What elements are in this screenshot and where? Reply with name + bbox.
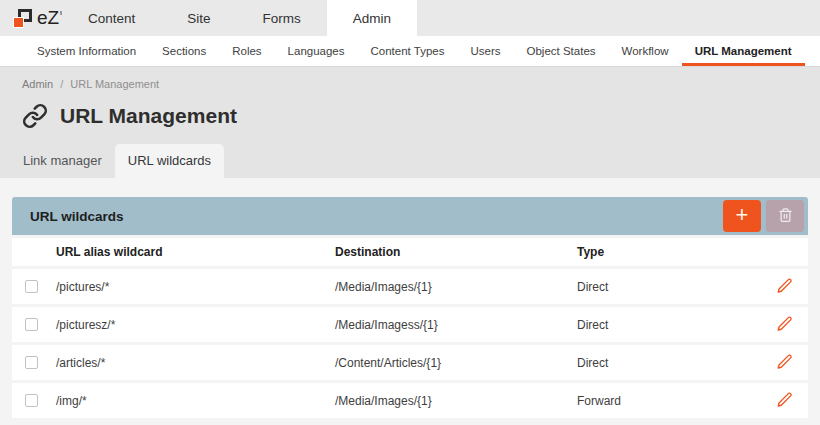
subnav-item-content-types[interactable]: Content Types [358,36,458,66]
trash-icon [778,207,793,226]
cell-wildcard: /articles/* [56,345,335,380]
subnav-item-workflow[interactable]: Workflow [609,36,682,66]
row-checkbox[interactable] [25,318,38,331]
cell-destination: /Media/Imagess/{1} [335,307,577,342]
table-row: /articles/* /Content/Articles/{1} Direct [12,345,808,380]
tabs: Link manager URL wildcards [0,129,820,178]
row-checkbox[interactable] [25,280,38,293]
ez-logo-text: eZ [37,7,59,29]
page-header-area: Admin / URL Management URL Management Li… [0,66,820,178]
pencil-edit-icon [776,353,794,371]
cell-type: Direct [577,345,752,380]
add-wildcard-button[interactable]: + [723,200,761,232]
cell-wildcard: /pictures/* [56,269,335,304]
edit-wildcard-button[interactable] [774,389,796,411]
tab-link-manager[interactable]: Link manager [10,144,115,178]
subnav-item-languages[interactable]: Languages [275,36,358,66]
pencil-edit-icon [776,277,794,295]
column-header-url-alias-wildcard: URL alias wildcard [56,238,335,266]
edit-wildcard-button[interactable] [774,275,796,297]
pencil-edit-icon [776,315,794,333]
top-navigation: eZ Content Site Forms Admin [0,0,820,36]
row-checkbox[interactable] [25,394,38,407]
breadcrumb-separator: / [60,78,63,90]
url-wildcards-panel-header: URL wildcards + [12,197,808,235]
cell-type: Direct [577,307,752,342]
breadcrumb-link-admin[interactable]: Admin [22,78,53,90]
table-row: /pictures/* /Media/Images/{1} Direct [12,269,808,304]
tab-url-wildcards[interactable]: URL wildcards [115,144,224,178]
url-wildcards-table: URL alias wildcard Destination Type /pic… [12,235,808,421]
column-header-destination: Destination [335,238,577,266]
admin-sub-navigation: System Information Sections Roles Langua… [0,36,820,66]
topnav-item-admin[interactable]: Admin [327,0,417,36]
ez-logo-icon [13,8,32,28]
ez-logo[interactable]: eZ [0,0,62,36]
cell-destination: /Media/Images/{1} [335,383,577,418]
content-area: URL wildcards + URL alias wildcard [0,178,820,425]
breadcrumb: Admin / URL Management [0,67,820,90]
topnav-item-site[interactable]: Site [161,0,236,36]
edit-wildcard-button[interactable] [774,313,796,335]
cell-wildcard: /picturesz/* [56,307,335,342]
cell-destination: /Content/Articles/{1} [335,345,577,380]
plus-icon: + [736,204,749,226]
row-checkbox[interactable] [25,356,38,369]
cell-wildcard: /img/* [56,383,335,418]
topnav-item-forms[interactable]: Forms [237,0,327,36]
cell-destination: /Media/Images/{1} [335,269,577,304]
cell-type: Forward [577,383,752,418]
table-row: /img/* /Media/Images/{1} Forward [12,383,808,418]
edit-wildcard-button[interactable] [774,351,796,373]
page-title: URL Management [60,104,237,128]
subnav-item-url-management[interactable]: URL Management [682,36,805,66]
column-header-type: Type [577,238,752,266]
delete-wildcard-button[interactable] [766,200,804,232]
subnav-item-system-information[interactable]: System Information [24,36,149,66]
table-row: /picturesz/* /Media/Imagess/{1} Direct [12,307,808,342]
panel-title: URL wildcards [30,209,124,224]
cell-type: Direct [577,269,752,304]
subnav-item-roles[interactable]: Roles [219,36,274,66]
breadcrumb-current: URL Management [70,78,159,90]
subnav-item-object-states[interactable]: Object States [514,36,609,66]
table-header-row: URL alias wildcard Destination Type [12,238,808,266]
link-icon [22,103,48,129]
pencil-edit-icon [776,391,794,409]
topnav-item-content[interactable]: Content [62,0,161,36]
subnav-item-sections[interactable]: Sections [149,36,219,66]
subnav-item-users[interactable]: Users [457,36,513,66]
